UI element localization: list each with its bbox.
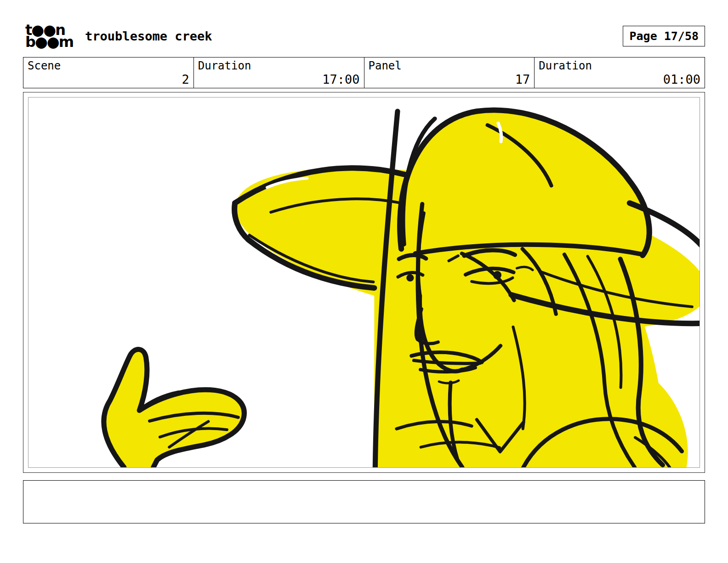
page-number-box: Page 17/58 (623, 26, 705, 46)
storyboard-page: t●●nb●●m troublesome creek Page 17/58 Sc… (0, 0, 728, 563)
scene-duration-cell: Duration 17:00 (193, 57, 364, 88)
scene-duration-label: Duration (198, 59, 360, 72)
caption-box (23, 480, 705, 523)
storyboard-panel (28, 97, 700, 468)
panel-duration-value: 01:00 (663, 72, 700, 86)
scene-cell: Scene 2 (23, 57, 194, 88)
panel-cell: Panel 17 (364, 57, 535, 88)
info-row: Scene 2 Duration 17:00 Panel 17 Duration… (23, 57, 705, 88)
toonboom-logo: t●●nb●●m (25, 24, 73, 48)
scene-duration-value: 17:00 (322, 72, 359, 86)
panel-duration-label: Duration (539, 59, 700, 72)
panel-duration-cell: Duration 01:00 (534, 57, 705, 88)
page-header: t●●nb●●m troublesome creek Page 17/58 (25, 22, 705, 50)
logo-line-2: b●●m (25, 33, 73, 51)
scene-label: Scene (28, 59, 189, 72)
storyboard-drawing (28, 98, 700, 467)
panel-value: 17 (515, 72, 530, 86)
scene-value: 2 (182, 72, 189, 86)
panel-label: Panel (369, 59, 530, 72)
storyboard-panel-frame (23, 92, 705, 473)
project-title: troublesome creek (85, 29, 212, 43)
